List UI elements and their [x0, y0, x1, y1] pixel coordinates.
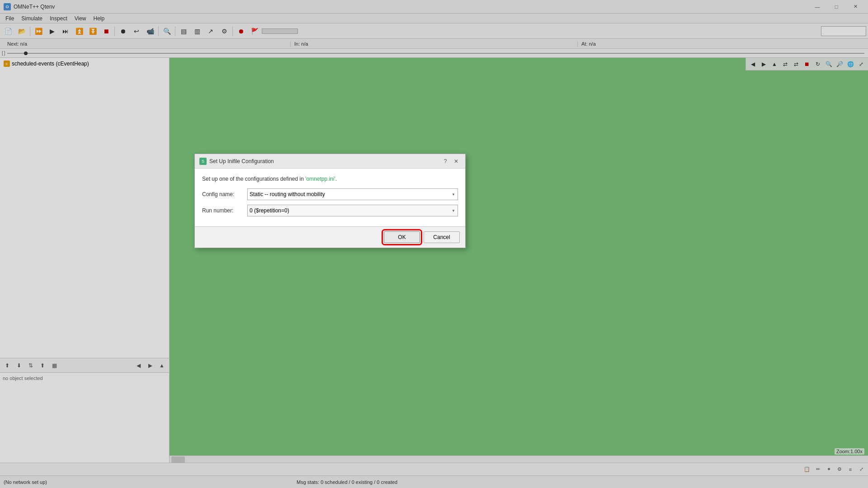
dialog-title-left: S Set Up Inifile Configuration [199, 158, 274, 165]
config-name-row: Config name: Static -- routing without m… [202, 188, 458, 200]
dialog-body: Set up one of the configurations defined… [195, 169, 465, 226]
config-name-control: Static -- routing without mobility [247, 188, 458, 200]
dialog-description: Set up one of the configurations defined… [202, 176, 458, 182]
run-number-label: Run number: [202, 207, 247, 214]
modal-overlay: S Set Up Inifile Configuration ? ✕ Set u… [0, 0, 868, 488]
dialog-desc-file: 'omnetpp.ini' [305, 176, 335, 182]
config-name-label: Config name: [202, 191, 247, 197]
run-number-wrapper: 0 ($repetition=0) [247, 205, 458, 216]
dialog-footer: OK Cancel [195, 226, 465, 248]
run-number-select[interactable]: 0 ($repetition=0) [247, 205, 458, 216]
dialog-titlebar: S Set Up Inifile Configuration ? ✕ [195, 154, 465, 169]
dialog: S Set Up Inifile Configuration ? ✕ Set u… [194, 154, 466, 248]
dialog-controls: ? ✕ [441, 157, 461, 166]
config-name-select[interactable]: Static -- routing without mobility [247, 188, 458, 200]
dialog-icon: S [199, 158, 207, 165]
dialog-desc-prefix: Set up one of the configurations defined… [202, 176, 305, 182]
dialog-close-button[interactable]: ✕ [452, 157, 461, 166]
dialog-help-button[interactable]: ? [441, 157, 450, 166]
run-number-row: Run number: 0 ($repetition=0) [202, 205, 458, 216]
dialog-title: Set Up Inifile Configuration [209, 158, 274, 164]
dialog-desc-suffix: . [335, 176, 337, 182]
cancel-button[interactable]: Cancel [424, 231, 460, 243]
config-name-wrapper: Static -- routing without mobility [247, 188, 458, 200]
ok-button[interactable]: OK [384, 231, 420, 243]
run-number-control: 0 ($repetition=0) [247, 205, 458, 216]
